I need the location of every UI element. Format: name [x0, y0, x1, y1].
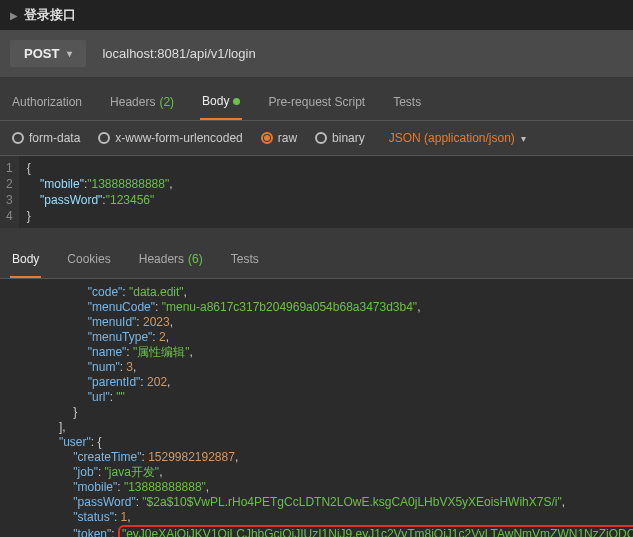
collapse-icon[interactable]: ▶ — [10, 10, 18, 21]
chevron-down-icon: ▾ — [521, 133, 526, 144]
request-tabs: Authorization Headers (2) Body Pre-reque… — [0, 78, 633, 121]
request-body-editor[interactable]: 1234 { "mobile":"13888888888", "passWord… — [0, 156, 633, 228]
line-gutter: 1234 — [0, 156, 19, 228]
modified-dot-icon — [233, 98, 240, 105]
code-area[interactable]: { "mobile":"13888888888", "passWord":"12… — [19, 156, 181, 228]
url-input[interactable]: localhost:8081/api/v1/login — [98, 40, 623, 67]
resp-headers-count: (6) — [188, 252, 203, 268]
restab-body[interactable]: Body — [10, 246, 41, 278]
method-label: POST — [24, 46, 59, 61]
restab-headers[interactable]: Headers (6) — [137, 246, 205, 278]
titlebar: ▶ 登录接口 — [0, 0, 633, 30]
restab-cookies[interactable]: Cookies — [65, 246, 112, 278]
radio-xwww[interactable]: x-www-form-urlencoded — [98, 131, 242, 145]
method-select[interactable]: POST ▾ — [10, 40, 86, 67]
tab-headers[interactable]: Headers (2) — [108, 88, 176, 120]
token-highlight: "eyJ0eXAiOiJKV1QiLCJhbGciOiJIUzI1NiJ9.ey… — [118, 525, 633, 537]
request-title: 登录接口 — [24, 6, 76, 24]
restab-tests[interactable]: Tests — [229, 246, 261, 278]
radio-binary[interactable]: binary — [315, 131, 365, 145]
radio-raw[interactable]: raw — [261, 131, 297, 145]
radio-formdata[interactable]: form-data — [12, 131, 80, 145]
chevron-down-icon: ▾ — [67, 48, 72, 59]
tab-body[interactable]: Body — [200, 88, 242, 120]
tab-prerequest[interactable]: Pre-request Script — [266, 88, 367, 120]
response-body[interactable]: "code": "data.edit", "menuCode": "menu-a… — [0, 279, 633, 537]
response-tabs: Body Cookies Headers (6) Tests — [0, 236, 633, 279]
tab-tests[interactable]: Tests — [391, 88, 423, 120]
body-type-row: form-data x-www-form-urlencoded raw bina… — [0, 121, 633, 156]
headers-count: (2) — [159, 95, 174, 109]
tab-authorization[interactable]: Authorization — [10, 88, 84, 120]
format-select[interactable]: JSON (application/json) ▾ — [389, 131, 526, 145]
request-row: POST ▾ localhost:8081/api/v1/login — [0, 30, 633, 78]
